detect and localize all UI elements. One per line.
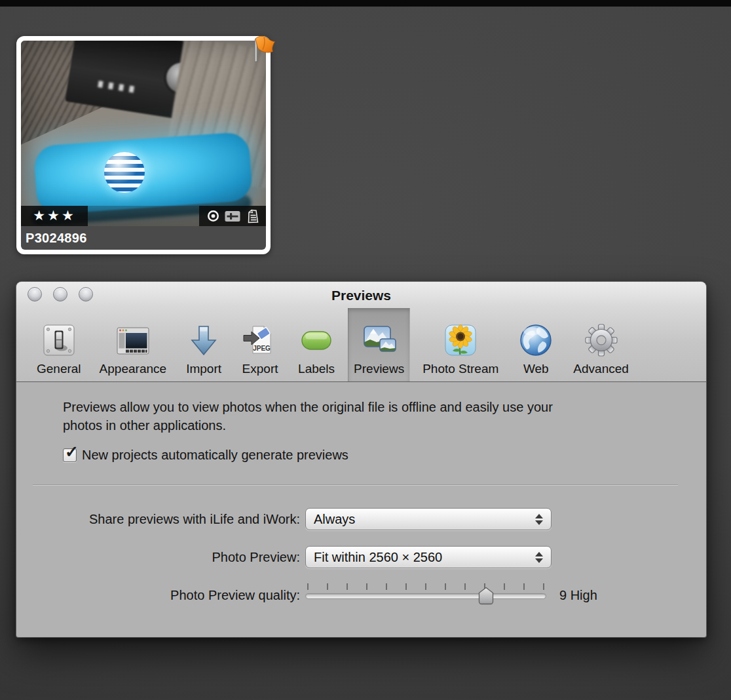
switch-icon [40,321,78,359]
tab-previews[interactable]: Previews [348,308,410,381]
preferences-toolbar: General [16,308,706,381]
slider-ticks [307,583,544,590]
viewed-badge-icon[interactable] [206,209,220,223]
jpeg-label: JPEG [253,345,271,352]
window-icon [114,321,152,359]
generate-previews-checkbox[interactable]: ✓ [63,448,77,462]
jpeg-file-icon: JPEG [241,321,279,359]
photo-vignette [21,41,266,226]
checkmark-icon: ✓ [65,444,79,460]
share-previews-row: Share previews with iLife and iWork: Alw… [16,508,706,530]
star-rating: ★★★ [33,208,75,224]
tab-web[interactable]: Web [511,308,561,381]
generate-previews-checkbox-row[interactable]: ✓ New projects automatically generate pr… [63,448,706,462]
tab-label: Advanced [573,362,629,376]
rating-chip[interactable]: ★★★ [21,206,88,226]
gear-icon [582,321,620,359]
photo-preview-label: Photo Preview: [16,550,300,565]
tab-label: Appearance [100,362,166,376]
photo-preview-row: Photo Preview: Fit within 2560 × 2560 [16,546,706,568]
sunflower-icon [441,321,479,359]
quality-slider[interactable] [305,583,546,607]
quality-value: 9 High [559,588,597,603]
green-pill-icon [297,321,335,359]
photo-thumbnail-image[interactable]: ★★★ [21,41,266,226]
description-text: Previews allow you to view photos when t… [63,398,590,435]
popup-arrows-icon [535,514,544,525]
flag-icon[interactable] [250,34,277,67]
keywords-badge-icon[interactable] [245,208,259,224]
minimize-button[interactable] [53,287,67,301]
slider-track[interactable] [305,593,546,599]
globe-icon [517,321,555,359]
photo-filename: P3024896 [21,226,266,250]
traffic-lights [28,287,93,301]
thumbnail-overlay: ★★★ [21,206,266,226]
tab-label: Import [186,362,221,376]
tab-appearance[interactable]: Appearance [94,308,172,381]
tab-general[interactable]: General [31,308,87,381]
popup-arrows-icon [535,552,544,563]
badges-chip [199,206,266,226]
tab-export[interactable]: JPEG Export [235,308,285,381]
tab-photo-stream[interactable]: Photo Stream [417,308,504,381]
checkbox-label: New projects automatically generate prev… [82,448,348,463]
popup-value: Fit within 2560 × 2560 [314,550,535,565]
tab-import[interactable]: Import [179,308,229,381]
preferences-window: Previews [16,282,706,637]
titlebar[interactable]: Previews [16,282,706,308]
desktop-background: ★★★ [0,0,731,700]
preview-quality-row: Photo Preview quality: 9 High [16,584,706,606]
tab-label: Labels [298,362,335,376]
share-previews-popup[interactable]: Always [305,508,552,530]
adjustments-badge-icon[interactable] [225,210,240,222]
top-strip [0,0,731,7]
popup-value: Always [314,512,535,527]
photos-icon [360,321,398,359]
window-chrome: Previews [16,282,706,382]
down-arrow-icon [185,321,223,359]
zoom-button[interactable] [79,287,93,301]
divider [33,484,678,486]
photo-preview-popup[interactable]: Fit within 2560 × 2560 [305,546,552,568]
tab-label: General [37,362,81,376]
share-previews-label: Share previews with iLife and iWork: [16,512,300,527]
preferences-content: Previews allow you to view photos when t… [16,398,706,637]
tab-label: Export [242,362,278,376]
tab-label: Previews [354,362,404,376]
window-title: Previews [16,282,706,303]
slider-thumb[interactable] [478,587,494,605]
tab-advanced[interactable]: Advanced [567,308,635,381]
tab-labels[interactable]: Labels [291,308,341,381]
tab-label: Photo Stream [422,362,498,376]
close-button[interactable] [28,287,42,301]
preferences-form: Share previews with iLife and iWork: Alw… [16,508,706,606]
photo-thumbnail-card[interactable]: ★★★ [16,36,271,254]
preview-quality-label: Photo Preview quality: [16,588,300,603]
tab-label: Web [523,362,549,376]
